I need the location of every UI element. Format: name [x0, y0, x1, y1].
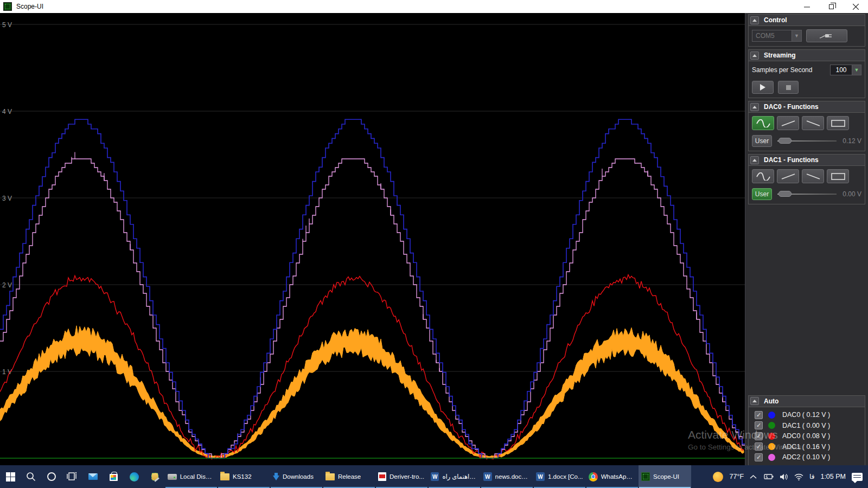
legend-checkbox[interactable]: ✓: [755, 411, 763, 419]
tool-icon: [151, 473, 158, 480]
series-label: ADC2 ( 0.10 V ): [782, 453, 830, 461]
word-icon: W: [431, 472, 439, 481]
taskbar-app-release[interactable]: Release: [323, 465, 375, 488]
clock[interactable]: 1:05 PM: [820, 473, 846, 480]
taskbar-app-1-docx-co-[interactable]: W1.docx [Co...: [533, 465, 586, 488]
system-tray: 77°F فا 1:05 PM: [713, 465, 868, 488]
streaming-section-header[interactable]: Streaming: [749, 50, 865, 61]
tool-button[interactable]: [144, 465, 165, 488]
task-view-icon: [67, 472, 78, 481]
ramp-down-icon: [806, 172, 821, 181]
dac0-square-button[interactable]: [827, 116, 849, 130]
legend-row: ✓DAC1 ( 0.00 V ): [751, 420, 863, 431]
taskbar-app-label: 1.docx [Co...: [548, 473, 583, 480]
restore-icon: [829, 4, 834, 9]
mail-button[interactable]: [82, 465, 103, 488]
taskbar-app-whatsapp-[interactable]: WhatsApp ...: [586, 465, 639, 488]
series-label: ADC1 ( 0.16 V ): [782, 443, 830, 451]
auto-section: Auto ✓DAC0 ( 0.12 V )✓DAC1 ( 0.00 V )✓AD…: [748, 395, 865, 466]
com-port-select[interactable]: COM5 ▼: [752, 30, 802, 42]
taskbar-app--[interactable]: Wراهنمای راه ...: [428, 465, 481, 488]
whatsapp-icon: [589, 472, 598, 481]
taskbar-app-ks132[interactable]: KS132: [218, 465, 270, 488]
taskbar-app-label: Downloads: [283, 473, 314, 480]
close-button[interactable]: [844, 0, 868, 13]
taskbar-app-deriver-tro-[interactable]: Deriver-tro...: [375, 465, 428, 488]
taskbar: Local Disk ...KS132DownloadsReleaseDeriv…: [0, 465, 868, 488]
dac0-section-header[interactable]: DAC0 - Functions: [749, 101, 865, 113]
volume-icon[interactable]: [780, 473, 788, 480]
dac0-section-title: DAC0 - Functions: [764, 103, 819, 111]
main-area: 5 V4 V3 V2 V1 V Control COM5 ▼: [0, 13, 868, 465]
edge-icon: [130, 472, 139, 481]
legend-checkbox[interactable]: ✓: [755, 453, 763, 461]
chevron-down-icon: ▼: [852, 65, 861, 75]
svg-text:5 V: 5 V: [2, 21, 12, 29]
auto-section-header[interactable]: Auto: [749, 396, 865, 407]
connect-button[interactable]: [806, 29, 847, 42]
taskbar-app-downloads[interactable]: Downloads: [270, 465, 323, 488]
legend-checkbox[interactable]: ✓: [755, 432, 763, 440]
control-section-title: Control: [764, 16, 787, 24]
taskbar-app-label: Local Disk ...: [180, 473, 215, 480]
taskbar-app-scope-ui[interactable]: Scope-UI: [639, 465, 691, 488]
control-section: Control COM5 ▼: [748, 14, 865, 47]
battery-icon[interactable]: [763, 473, 774, 480]
dac1-sine-button[interactable]: [752, 169, 774, 183]
collapse-icon[interactable]: [750, 156, 759, 164]
mail-icon: [88, 473, 98, 480]
restore-button[interactable]: [819, 0, 844, 13]
language-indicator[interactable]: فا: [809, 473, 814, 480]
sample-rate-select[interactable]: 100 ▼: [830, 65, 861, 75]
dac0-ramp-up-button[interactable]: [777, 116, 799, 130]
taskbar-app-local-disk-[interactable]: Local Disk ...: [165, 465, 218, 488]
search-button[interactable]: [21, 465, 41, 488]
dac0-sine-button[interactable]: [752, 116, 774, 130]
minimize-button[interactable]: [795, 0, 819, 13]
user-button-label: User: [755, 190, 769, 198]
ramp-up-icon: [781, 119, 796, 127]
folder-icon: [326, 473, 335, 480]
wifi-icon[interactable]: [794, 473, 803, 480]
collapse-icon[interactable]: [750, 52, 759, 60]
streaming-section-title: Streaming: [764, 52, 796, 59]
dac1-ramp-down-button[interactable]: [802, 169, 824, 183]
cortana-button[interactable]: [41, 465, 62, 488]
slider-thumb[interactable]: [778, 138, 792, 144]
dac0-user-button[interactable]: User: [752, 135, 772, 147]
dac1-voltage-slider[interactable]: [777, 190, 837, 198]
start-button[interactable]: [0, 465, 21, 488]
temperature-label[interactable]: 77°F: [729, 473, 744, 480]
stop-icon: [786, 85, 791, 90]
plug-icon: [819, 32, 835, 40]
slider-thumb[interactable]: [778, 191, 792, 197]
store-button[interactable]: [103, 465, 124, 488]
task-view-button[interactable]: [62, 465, 82, 488]
window-title: Scope-UI: [16, 3, 43, 10]
play-icon: [760, 84, 765, 91]
play-button[interactable]: [752, 81, 774, 94]
collapse-icon[interactable]: [750, 16, 759, 24]
dac1-ramp-up-button[interactable]: [777, 169, 799, 183]
control-section-header[interactable]: Control: [749, 15, 865, 26]
dac0-voltage-slider[interactable]: [777, 137, 837, 145]
chevron-up-icon[interactable]: [750, 474, 757, 479]
weather-icon[interactable]: [713, 472, 723, 482]
series-label: DAC1 ( 0.00 V ): [782, 422, 830, 429]
svg-text:1 V: 1 V: [2, 368, 12, 376]
search-icon: [25, 471, 36, 482]
dac1-square-button[interactable]: [827, 169, 849, 183]
legend-checkbox[interactable]: ✓: [755, 442, 763, 451]
dac1-section-header[interactable]: DAC1 - Functions: [749, 155, 865, 166]
taskbar-app-news-docx-[interactable]: Wnews.docx ...: [481, 465, 533, 488]
stop-button[interactable]: [778, 81, 799, 94]
notification-icon[interactable]: [852, 473, 863, 481]
dac0-ramp-down-button[interactable]: [802, 116, 824, 130]
scope-plot[interactable]: 5 V4 V3 V2 V1 V: [0, 13, 745, 465]
legend-checkbox[interactable]: ✓: [755, 421, 763, 429]
collapse-icon[interactable]: [750, 103, 759, 111]
collapse-icon[interactable]: [750, 397, 759, 405]
ramp-down-icon: [806, 119, 821, 127]
edge-button[interactable]: [124, 465, 144, 488]
dac1-user-button[interactable]: User: [752, 188, 772, 200]
